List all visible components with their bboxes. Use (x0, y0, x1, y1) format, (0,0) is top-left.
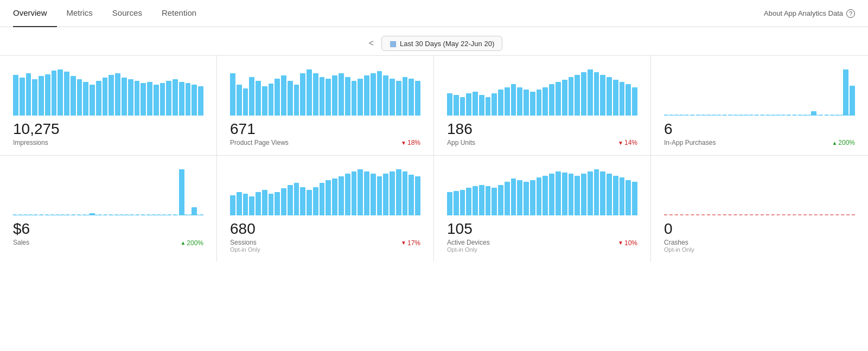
chart-bar (230, 195, 235, 216)
chart-bar (537, 177, 542, 215)
prev-date-arrow[interactable]: < (366, 36, 377, 50)
chart-bar (447, 93, 452, 116)
metric-cell-app-units[interactable]: 186App Units▼14% (434, 56, 651, 156)
chart-bar (275, 192, 280, 216)
chart-bar (498, 185, 503, 216)
chart-bar (352, 171, 357, 215)
chart-bar (294, 85, 299, 116)
metric-change-sales: ▲200% (180, 239, 203, 247)
chart-bar (556, 171, 561, 216)
chart-bar (154, 85, 159, 116)
metric-cell-sessions[interactable]: 680SessionsOpt-in Only▼17% (217, 156, 434, 261)
chart-bar (473, 186, 478, 215)
metric-footer-crashes: CrashesOpt-in Only (664, 239, 855, 253)
chart-bar (45, 74, 50, 116)
chart-bar (588, 171, 593, 216)
chart-bar (160, 83, 165, 116)
nav-tab-sources[interactable]: Sources (103, 0, 152, 27)
chart-bar (575, 176, 580, 216)
date-filter-bar: < ▦ Last 30 Days (May 22-Jun 20) (0, 27, 868, 55)
change-value: 18% (407, 139, 420, 146)
metric-footer-product-page-views: Product Page Views▼18% (230, 139, 420, 147)
chart-bar (466, 93, 471, 116)
metric-value-active-devices: 105 (447, 221, 637, 238)
chart-bar (492, 188, 497, 215)
metric-cell-active-devices[interactable]: 105Active DevicesOpt-in Only▼10% (434, 156, 651, 261)
chart-active-devices (447, 167, 637, 215)
chart-bar (243, 194, 248, 215)
main-nav: OverviewMetricsSourcesRetention About Ap… (0, 0, 868, 27)
chart-bar (300, 187, 305, 216)
metric-label-impressions: Impressions (13, 139, 48, 146)
chart-bar (237, 85, 242, 116)
change-value: 14% (624, 139, 637, 146)
chart-bar (537, 90, 542, 116)
chart-bar (64, 72, 69, 116)
chart-bar (77, 79, 82, 116)
help-icon[interactable]: ? (846, 9, 855, 18)
chart-bar (108, 75, 114, 116)
chart-bar (403, 77, 408, 116)
chart-bar (371, 73, 376, 116)
chart-bar (415, 81, 420, 116)
chart-bar (332, 178, 337, 216)
chart-bar (447, 192, 452, 215)
chart-bar (83, 82, 88, 116)
chart-bar (269, 84, 274, 116)
metric-value-in-app-purchases: 6 (664, 121, 855, 138)
chart-bar (454, 95, 459, 116)
chart-bar (345, 77, 350, 116)
metric-cell-in-app-purchases[interactable]: 6In-App Purchases▲200% (651, 56, 868, 156)
chart-bar (607, 174, 612, 215)
chart-bar (269, 194, 274, 215)
metric-cell-impressions[interactable]: 10,275Impressions (0, 56, 217, 156)
chart-bar (135, 81, 140, 116)
chart-bar (275, 79, 280, 116)
calendar-icon: ▦ (390, 39, 397, 48)
chart-bar (364, 171, 369, 215)
chart-bar (103, 78, 108, 116)
chart-bar (581, 72, 586, 116)
chart-bar (505, 182, 510, 215)
metric-change-product-page-views: ▼18% (401, 139, 420, 146)
chart-bar (230, 73, 235, 116)
chart-bar (383, 174, 388, 216)
metric-cell-product-page-views[interactable]: 671Product Page Views▼18% (217, 56, 434, 156)
chart-bar (542, 87, 548, 116)
chart-bar (326, 79, 331, 116)
dashed-line-crashes (664, 214, 855, 215)
chart-bar (517, 180, 522, 216)
chart-bar (498, 90, 503, 116)
metric-footer-active-devices: Active DevicesOpt-in Only▼10% (447, 239, 637, 253)
chart-bar (179, 82, 184, 116)
chart-bar (613, 80, 618, 116)
chart-bar (52, 71, 57, 116)
chart-bar (32, 79, 37, 116)
nav-tab-overview[interactable]: Overview (13, 0, 57, 27)
date-filter-button[interactable]: ▦ Last 30 Days (May 22-Jun 20) (381, 36, 502, 51)
chart-bar (486, 97, 491, 116)
chart-bar (288, 81, 293, 116)
metrics-grid: 10,275Impressions671Product Page Views▼1… (0, 55, 868, 261)
metric-cell-crashes[interactable]: 0CrashesOpt-in Only (651, 156, 868, 261)
chart-bar (479, 95, 484, 116)
chart-bar (581, 174, 586, 215)
chart-bar (588, 69, 593, 116)
chart-bar (620, 82, 625, 116)
chart-bar (249, 196, 254, 215)
nav-tab-metrics[interactable]: Metrics (57, 0, 103, 27)
help-section[interactable]: About App Analytics Data ? (764, 9, 855, 18)
chart-bar (13, 75, 18, 116)
nav-tab-retention[interactable]: Retention (152, 0, 206, 27)
chart-bar (313, 73, 318, 116)
chart-bar (473, 92, 478, 116)
chart-bar (71, 76, 76, 116)
chart-bar (600, 75, 605, 116)
chart-bar (166, 81, 171, 116)
chart-bar (524, 182, 529, 215)
chart-impressions (13, 67, 203, 116)
metric-cell-sales[interactable]: $6Sales▲200% (0, 156, 217, 261)
metric-value-app-units: 186 (447, 121, 637, 138)
chart-bar (466, 188, 471, 215)
chart-bar (396, 169, 401, 215)
